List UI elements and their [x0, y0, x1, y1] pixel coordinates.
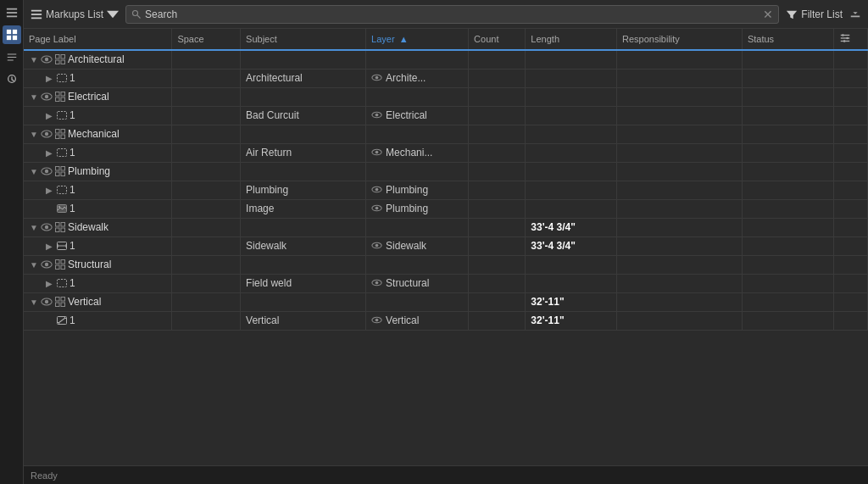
cell-subject: Image [241, 199, 366, 218]
svg-rect-42 [61, 135, 65, 139]
cell-status [742, 236, 833, 255]
svg-line-12 [137, 15, 140, 18]
layer-text: Structural [386, 277, 429, 289]
visibility-icon[interactable] [41, 259, 53, 270]
col-layer[interactable]: Layer ▲ [366, 29, 469, 50]
cell-subject: Sidewalk [241, 236, 366, 255]
page-label-text: 1 [70, 314, 75, 326]
expand-icon[interactable]: ▼ [29, 222, 39, 232]
visibility-icon[interactable] [41, 91, 53, 103]
row-type-icon [54, 91, 66, 103]
row-type-icon [56, 72, 68, 84]
expand-icon[interactable]: ▼ [29, 54, 39, 64]
left-toolbar [0, 0, 24, 484]
row-type-icon [56, 147, 68, 159]
table-container[interactable]: Page Label Space Subject Layer ▲ Count L… [24, 29, 868, 465]
col-status[interactable]: Status [742, 29, 833, 50]
cell-page-label: ▶1 [24, 181, 172, 199]
sort-asc-icon: ▲ [399, 34, 409, 44]
svg-point-56 [58, 206, 60, 208]
cell-page-label: ▼Plumbing [24, 162, 172, 181]
panel-dropdown-icon[interactable] [107, 8, 119, 20]
cell-subject: Bad Curcuit [241, 106, 366, 125]
expand-icon[interactable]: ▶ [44, 73, 54, 83]
expand-icon[interactable]: ▼ [29, 129, 39, 139]
visibility-icon[interactable] [41, 296, 53, 308]
cell-page-label: ▼Electrical [24, 87, 172, 106]
row-type-icon [56, 203, 68, 214]
cell-subject: Plumbing [241, 181, 366, 199]
expand-icon[interactable] [44, 203, 54, 214]
visibility-icon[interactable] [41, 165, 53, 177]
filter-button[interactable]: Filter List [786, 8, 843, 20]
row-type-icon [54, 296, 66, 308]
cell-layer: Plumbing [366, 181, 469, 199]
visibility-icon[interactable] [41, 53, 53, 65]
toolbar-btn-list[interactable] [3, 25, 21, 44]
cell-subject [241, 50, 366, 69]
cell-status [742, 181, 833, 199]
svg-rect-21 [56, 55, 60, 59]
col-space[interactable]: Space [172, 29, 241, 50]
layer-vis-icon[interactable] [371, 314, 382, 326]
cell-space [172, 69, 241, 87]
expand-icon[interactable]: ▼ [29, 92, 39, 102]
svg-rect-24 [61, 60, 65, 64]
expand-icon[interactable]: ▶ [44, 185, 54, 195]
col-settings[interactable] [833, 29, 867, 50]
expand-icon[interactable]: ▶ [44, 278, 54, 288]
layer-vis-icon[interactable] [371, 184, 382, 196]
layer-vis-icon[interactable] [371, 72, 382, 84]
cell-count [469, 199, 526, 218]
status-bar: Ready [24, 465, 868, 484]
cell-status [742, 218, 833, 236]
cell-page-label: ▼Vertical [24, 292, 172, 311]
cell-space [172, 311, 241, 330]
col-count[interactable]: Count [469, 29, 526, 50]
toolbar-btn-1[interactable] [3, 3, 21, 22]
layer-vis-icon[interactable] [371, 203, 382, 214]
col-page-label[interactable]: Page Label [24, 29, 172, 50]
col-responsibility[interactable]: Responsibility [616, 29, 742, 50]
layer-vis-icon[interactable] [371, 147, 382, 159]
visibility-icon[interactable] [41, 128, 53, 140]
expand-icon[interactable]: ▶ [44, 147, 54, 158]
svg-rect-74 [61, 260, 65, 264]
cell-count [469, 218, 526, 236]
toolbar-btn-3[interactable] [3, 47, 21, 66]
main-content: Markups List ✕ Filter List [24, 0, 868, 484]
visibility-icon[interactable] [41, 221, 53, 233]
cell-length [526, 162, 617, 181]
col-length[interactable]: Length [526, 29, 617, 50]
cell-length [526, 50, 617, 69]
expand-icon[interactable]: ▶ [44, 241, 54, 251]
cell-settings [833, 199, 867, 218]
page-label-text: 1 [70, 72, 75, 84]
svg-rect-77 [58, 280, 67, 287]
expand-icon[interactable]: ▼ [29, 297, 39, 307]
layer-vis-icon[interactable] [371, 109, 382, 121]
svg-point-18 [843, 40, 845, 42]
layer-vis-icon[interactable] [371, 277, 382, 289]
page-label-text: Sidewalk [68, 221, 108, 233]
expand-icon[interactable]: ▼ [29, 166, 39, 176]
cell-layer [366, 218, 469, 236]
export-button[interactable] [849, 7, 861, 21]
expand-icon[interactable]: ▶ [44, 110, 54, 120]
toolbar-btn-4[interactable] [3, 70, 21, 88]
layer-vis-icon[interactable] [371, 240, 382, 252]
svg-rect-50 [56, 172, 60, 176]
search-clear-button[interactable]: ✕ [763, 8, 773, 20]
svg-rect-32 [56, 97, 60, 102]
cell-length [526, 181, 617, 199]
expand-icon[interactable] [44, 315, 54, 325]
cell-settings [833, 69, 867, 87]
col-settings-icon[interactable] [839, 32, 851, 44]
cell-layer [366, 125, 469, 143]
col-subject[interactable]: Subject [241, 29, 366, 50]
search-input[interactable] [145, 8, 760, 20]
cell-length [526, 125, 617, 143]
expand-icon[interactable]: ▼ [29, 259, 39, 270]
cell-subject: Architectural [241, 69, 366, 87]
cell-space [172, 292, 241, 311]
